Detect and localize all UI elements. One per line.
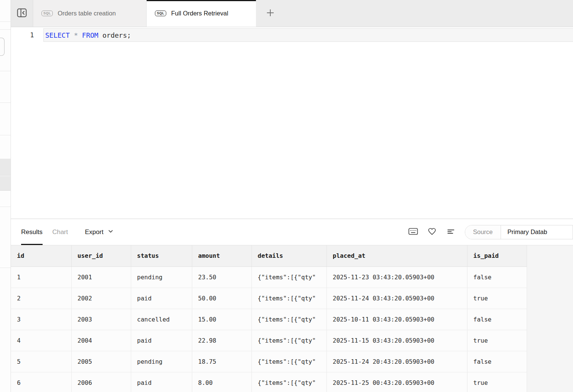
sql-star-operator: * <box>74 31 78 39</box>
table-cell[interactable]: 2025-11-25 00:43:20.05903+00 <box>326 372 467 392</box>
table-header-row: iduser_idstatusamountdetailsplaced_atis_… <box>11 245 527 266</box>
sidebar-divider <box>0 207 11 207</box>
keyboard-shortcuts-button[interactable] <box>408 227 418 237</box>
table-cell[interactable]: {"items":[{"qty" <box>251 266 326 288</box>
table-cell[interactable]: 5 <box>11 351 71 372</box>
main-area: SQL Orders table creation SQL Full Order… <box>11 0 573 392</box>
table-cell[interactable]: false <box>467 351 527 372</box>
table-cell[interactable]: 2002 <box>71 288 131 309</box>
table-cell[interactable]: 2004 <box>71 330 131 351</box>
table-row: 22002paid50.00{"items":[{"qty"2025-11-24… <box>11 288 527 309</box>
table-cell[interactable]: false <box>467 266 527 288</box>
column-header-id[interactable]: id <box>11 245 71 266</box>
sidebar-item-highlighted[interactable] <box>0 159 11 176</box>
code-line-1[interactable]: 1 SELECT * FROM orders; <box>11 28 573 42</box>
table-cell[interactable]: paid <box>131 330 192 351</box>
collapse-sidebar-button[interactable] <box>15 6 29 21</box>
table-cell[interactable]: 3 <box>11 309 71 330</box>
table-cell[interactable]: true <box>467 330 527 351</box>
table-cell[interactable]: true <box>467 372 527 392</box>
table-cell[interactable]: pending <box>131 266 192 288</box>
sidebar-divider <box>0 29 11 30</box>
results-grid-area: iduser_idstatusamountdetailsplaced_atis_… <box>11 245 573 392</box>
table-cell[interactable]: 2025-10-11 03:43:20.05903+00 <box>326 309 467 330</box>
table-cell[interactable]: 1 <box>11 266 71 288</box>
results-toolbar-right: Source Primary Datab <box>408 225 573 239</box>
panel-collapse-icon <box>15 6 28 20</box>
sql-identifier: orders; <box>103 31 131 39</box>
column-header-user_id[interactable]: user_id <box>71 245 131 266</box>
sidebar-divider <box>0 103 11 103</box>
sidebar-button-fragment[interactable] <box>0 38 5 56</box>
sql-editor[interactable]: 1 SELECT * FROM orders; <box>11 27 573 219</box>
sidebar-item-highlighted[interactable] <box>0 176 11 191</box>
table-cell[interactable]: 50.00 <box>192 288 251 309</box>
favorite-button[interactable] <box>427 227 437 237</box>
results-toolbar: Results Chart Export <box>11 219 573 245</box>
column-header-details[interactable]: details <box>251 245 326 266</box>
table-cell[interactable]: 2006 <box>71 372 131 392</box>
column-header-is_paid[interactable]: is_paid <box>467 245 527 266</box>
export-button[interactable]: Export <box>85 228 114 236</box>
sql-keyword: FROM <box>82 31 98 39</box>
table-row: 12001pending23.50{"items":[{"qty"2025-11… <box>11 266 527 288</box>
keyboard-icon <box>408 227 418 237</box>
table-cell[interactable]: 2005 <box>71 351 131 372</box>
table-cell[interactable]: 2001 <box>71 266 131 288</box>
plus-icon <box>266 8 275 18</box>
table-row: 32003cancelled15.00{"items":[{"qty"2025-… <box>11 309 527 330</box>
table-cell[interactable]: 2025-11-24 03:43:20.05903+00 <box>326 288 467 309</box>
sidebar-divider <box>0 71 11 71</box>
table-cell[interactable]: 4 <box>11 330 71 351</box>
table-cell[interactable]: {"items":[{"qty" <box>251 372 326 392</box>
grid-empty-area <box>527 245 573 392</box>
table-cell[interactable]: paid <box>131 288 192 309</box>
table-cell[interactable]: {"items":[{"qty" <box>251 288 326 309</box>
table-cell[interactable]: 23.50 <box>192 266 251 288</box>
table-cell[interactable]: 2 <box>11 288 71 309</box>
table-cell[interactable]: paid <box>131 372 192 392</box>
table-cell[interactable]: {"items":[{"qty" <box>251 330 326 351</box>
source-selector: Source Primary Datab <box>465 225 573 239</box>
table-cell[interactable]: {"items":[{"qty" <box>251 309 326 330</box>
export-label: Export <box>85 228 103 236</box>
database-select[interactable]: Primary Datab <box>501 225 573 239</box>
table-cell[interactable]: 8.00 <box>192 372 251 392</box>
results-table: iduser_idstatusamountdetailsplaced_atis_… <box>11 245 527 392</box>
tab-label: Orders table creation <box>58 10 116 17</box>
column-header-amount[interactable]: amount <box>192 245 251 266</box>
tab-orders-table-creation[interactable]: SQL Orders table creation <box>33 0 147 27</box>
table-cell[interactable]: {"items":[{"qty" <box>251 351 326 372</box>
table-cell[interactable]: 2025-11-23 03:43:20.05903+00 <box>326 266 467 288</box>
column-header-status[interactable]: status <box>131 245 192 266</box>
row-density-button[interactable] <box>446 227 456 237</box>
table-row: 42004paid22.98{"items":[{"qty"2025-11-15… <box>11 330 527 351</box>
sidebar-divider <box>0 135 11 135</box>
new-tab-button[interactable] <box>260 0 281 27</box>
table-cell[interactable]: 2025-11-15 03:43:20.05903+00 <box>326 330 467 351</box>
table-cell[interactable]: 22.98 <box>192 330 251 351</box>
tab-label: Full Orders Retrieval <box>171 10 228 17</box>
sidebar-divider <box>0 268 11 268</box>
tab-bar: SQL Orders table creation SQL Full Order… <box>11 0 573 27</box>
column-header-placed_at[interactable]: placed_at <box>326 245 467 266</box>
table-cell[interactable]: 15.00 <box>192 309 251 330</box>
tab-chart[interactable]: Chart <box>52 219 68 245</box>
table-cell[interactable]: 2025-11-24 20:43:20.05903+00 <box>326 351 467 372</box>
table-row: 52005pending18.75{"items":[{"qty"2025-11… <box>11 351 527 372</box>
table-cell[interactable]: cancelled <box>131 309 192 330</box>
tab-results[interactable]: Results <box>21 219 43 245</box>
table-cell[interactable]: 6 <box>11 372 71 392</box>
table-cell[interactable]: false <box>467 309 527 330</box>
results-panel: Results Chart Export <box>11 219 573 392</box>
table-cell[interactable]: 2003 <box>71 309 131 330</box>
table-cell[interactable]: 18.75 <box>192 351 251 372</box>
sidebar-divider <box>0 21 11 22</box>
sql-file-icon: SQL <box>41 11 53 16</box>
tab-full-orders-retrieval[interactable]: SQL Full Orders Retrieval <box>147 0 256 27</box>
line-number: 1 <box>11 28 43 42</box>
sql-editor-screen: SQL Orders table creation SQL Full Order… <box>0 0 573 392</box>
current-line-highlight[interactable]: SELECT * FROM orders; <box>43 28 573 42</box>
table-cell[interactable]: pending <box>131 351 192 372</box>
table-cell[interactable]: true <box>467 288 527 309</box>
